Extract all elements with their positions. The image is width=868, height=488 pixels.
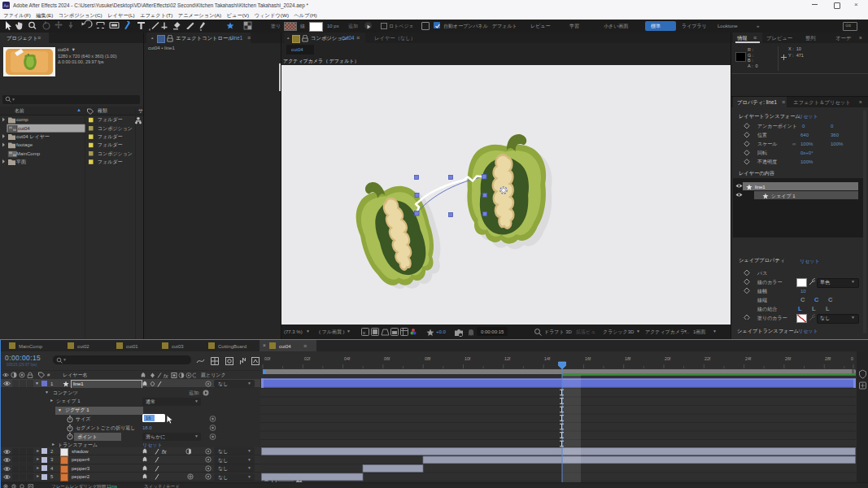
svg-text:L: L xyxy=(798,305,802,312)
svg-text:C: C xyxy=(800,296,805,303)
svg-text:L: L xyxy=(826,305,830,312)
svg-text:22f: 22f xyxy=(704,356,711,361)
svg-text:20f: 20f xyxy=(665,356,671,361)
svg-text:08f: 08f xyxy=(425,356,431,361)
svg-text:02f: 02f xyxy=(304,356,311,361)
svg-text:12f: 12f xyxy=(504,356,511,361)
svg-text:04f: 04f xyxy=(344,356,351,361)
svg-text:C: C xyxy=(814,296,819,303)
svg-text:L: L xyxy=(812,305,816,312)
svg-text:26f: 26f xyxy=(785,356,792,361)
svg-text:fx: fx xyxy=(162,449,167,455)
svg-text:fx: fx xyxy=(164,373,168,379)
svg-text:24f: 24f xyxy=(745,356,752,361)
svg-text:C: C xyxy=(828,296,833,303)
svg-text:10f: 10f xyxy=(465,356,471,361)
svg-text:0: 0 xyxy=(851,356,853,361)
svg-text:14f: 14f xyxy=(544,356,551,361)
svg-text:18f: 18f xyxy=(625,356,631,361)
svg-text:28f: 28f xyxy=(825,356,831,361)
svg-text:06f: 06f xyxy=(384,356,390,361)
svg-text:00f: 00f xyxy=(264,356,271,361)
svg-text:16f: 16f xyxy=(585,356,591,361)
